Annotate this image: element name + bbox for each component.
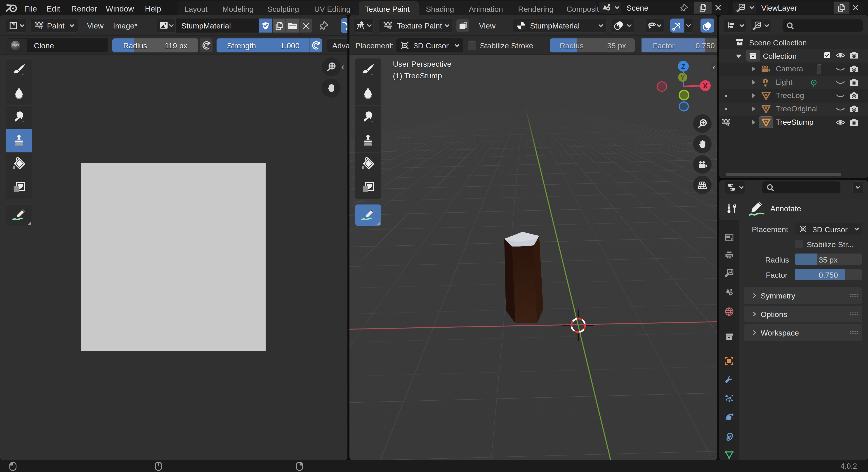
svg-text:Y: Y (680, 74, 685, 81)
svg-text:Z: Z (681, 63, 686, 70)
svg-text:X: X (703, 82, 708, 90)
